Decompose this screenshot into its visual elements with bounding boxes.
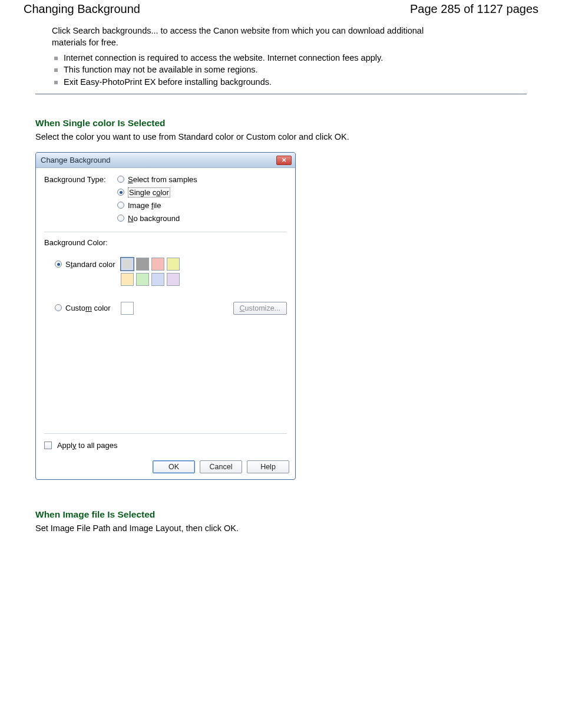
dialog-body: Background Type: Select from samples Sin… [36, 168, 295, 457]
section-single-title: When Single color Is Selected [35, 118, 527, 129]
background-type-label: Background Type: [44, 174, 117, 226]
dialog-title: Change Background [41, 156, 276, 164]
page-header: Changing Background Page 285 of 1127 pag… [0, 0, 562, 17]
radio-icon [117, 202, 124, 209]
color-swatch[interactable] [136, 273, 149, 286]
page-title: Changing Background [24, 2, 140, 16]
note-item: Exit Easy-PhotoPrint EX before installin… [52, 76, 527, 88]
ok-button[interactable]: OK [153, 460, 195, 473]
radio-select-from-samples[interactable]: Select from samples [117, 174, 287, 185]
color-swatch[interactable] [151, 258, 164, 271]
color-swatch[interactable] [167, 273, 180, 286]
intro-text: Click Search backgrounds... to access th… [52, 25, 429, 48]
change-background-dialog: Change Background ✕ Background Type: Sel… [35, 152, 296, 480]
section-image-desc: Set Image File Path and Image Layout, th… [35, 523, 527, 533]
color-swatch[interactable] [136, 258, 149, 271]
radio-icon [117, 215, 124, 222]
standard-color-swatches [121, 258, 191, 286]
radio-image-file[interactable]: Image file [117, 200, 287, 210]
color-swatch[interactable] [121, 258, 134, 271]
separator [44, 232, 287, 232]
customize-button[interactable]: Customize... [233, 302, 287, 315]
color-swatch[interactable] [167, 258, 180, 271]
radio-icon [117, 189, 124, 196]
section-single-desc: Select the color you want to use from St… [35, 132, 527, 141]
custom-color-preview [121, 302, 134, 315]
section-image-title: When Image file Is Selected [35, 509, 527, 520]
radio-icon [55, 261, 62, 268]
page-number: Page 285 of 1127 pages [410, 2, 538, 16]
divider [35, 94, 527, 94]
note-item: Internet connection is required to acces… [52, 52, 527, 64]
color-swatch[interactable] [151, 273, 164, 286]
notes-list: Internet connection is required to acces… [52, 52, 527, 88]
apply-all-checkbox[interactable]: Apply to all pages [44, 440, 287, 452]
cancel-button[interactable]: Cancel [200, 460, 242, 473]
close-icon[interactable]: ✕ [276, 156, 292, 165]
color-swatch[interactable] [121, 273, 134, 286]
radio-icon [55, 304, 62, 311]
radio-standard-color[interactable]: Standard color [55, 259, 117, 269]
help-button[interactable]: Help [247, 460, 289, 473]
radio-no-background[interactable]: No background [117, 213, 287, 223]
note-item: This function may not be available in so… [52, 64, 527, 75]
dialog-footer: OK Cancel Help [36, 457, 295, 479]
dialog-titlebar[interactable]: Change Background ✕ [36, 153, 295, 168]
background-color-label: Background Color: [44, 238, 287, 247]
separator [44, 433, 287, 434]
checkbox-icon [44, 442, 52, 449]
radio-single-color[interactable]: Single color [117, 187, 287, 197]
radio-custom-color[interactable]: Custom color [55, 302, 117, 313]
radio-icon [117, 176, 124, 183]
